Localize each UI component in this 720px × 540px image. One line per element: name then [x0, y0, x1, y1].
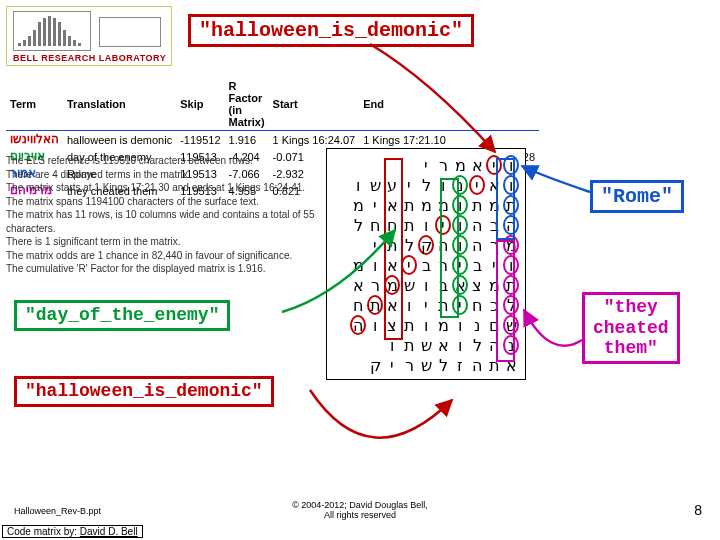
logo-text: BELL RESEARCH LABORATORY [13, 53, 166, 63]
hebrew-matrix: ויאמרי ואינוליעשותמתוממתאימהבהויותחחלמרה… [326, 148, 526, 380]
note-line: The matrix has 11 rows, is 10 columns wi… [6, 208, 316, 235]
note-line: The ELS reference is 119510 characters b… [6, 154, 316, 168]
matrix-row: ויבירביאומ [333, 255, 519, 275]
col-header: Skip [176, 78, 224, 131]
col-header: Start [269, 78, 360, 131]
matrix-row: ויאמרי [333, 155, 519, 175]
logo-legend [99, 17, 161, 47]
notes-block: The ELS reference is 119510 characters b… [6, 154, 316, 276]
matrix-row: ואינוליעשו [333, 175, 519, 195]
logo: BELL RESEARCH LABORATORY [6, 6, 172, 66]
footer-center: © 2004-2012; David Douglas Bell, All rig… [0, 500, 720, 520]
logo-chart [13, 11, 91, 51]
credit: Code matrix by: David D. Bell [2, 525, 143, 538]
col-header: End [359, 78, 539, 131]
col-header: R Factor (in Matrix) [225, 78, 269, 131]
page-number: 8 [694, 502, 702, 518]
matrix-row: נהלואשתו [333, 335, 519, 355]
note-line: The matrix spans 1194100 characters of t… [6, 195, 316, 209]
tag-rome: "Rome" [590, 180, 684, 213]
col-header: Term [6, 78, 63, 131]
matrix-row: תמצאבושמרא [333, 275, 519, 295]
col-header: Translation [63, 78, 176, 131]
note-line: The matrix starts at 1 Kings 17:21.30 an… [6, 181, 316, 195]
tag-halloween-is-demonic-2: "halloween_is_demonic" [14, 376, 274, 407]
matrix-row: מרהוהקלתי [333, 235, 519, 255]
note-line: There are 4 displayed terms in the matri… [6, 168, 316, 182]
note-line: There is 1 significant term in the matri… [6, 235, 316, 249]
matrix-row: שםנומותצוה [333, 315, 519, 335]
matrix-row: לכחיתיואתח [333, 295, 519, 315]
credit-author: David D. Bell [80, 526, 138, 537]
matrix-row: תמתוממתאימ [333, 195, 519, 215]
table-row: האלווינשוhalloween is demonic-1195121.91… [6, 131, 539, 149]
tag-halloween-is-demonic: "halloween_is_demonic" [188, 14, 474, 47]
logo-histogram [18, 16, 88, 46]
tag-they-cheated-them: "they cheated them" [582, 292, 680, 364]
matrix-row: הבהויותחחל [333, 215, 519, 235]
tag-day-of-the-enemy: "day_of_the_enemy" [14, 300, 230, 331]
note-line: The matrix odds are 1 chance in 82,440 i… [6, 249, 316, 263]
matrix-row: אתהזלשריק [333, 355, 519, 375]
note-line: The cumulative 'R' Factor for the displa… [6, 262, 316, 276]
